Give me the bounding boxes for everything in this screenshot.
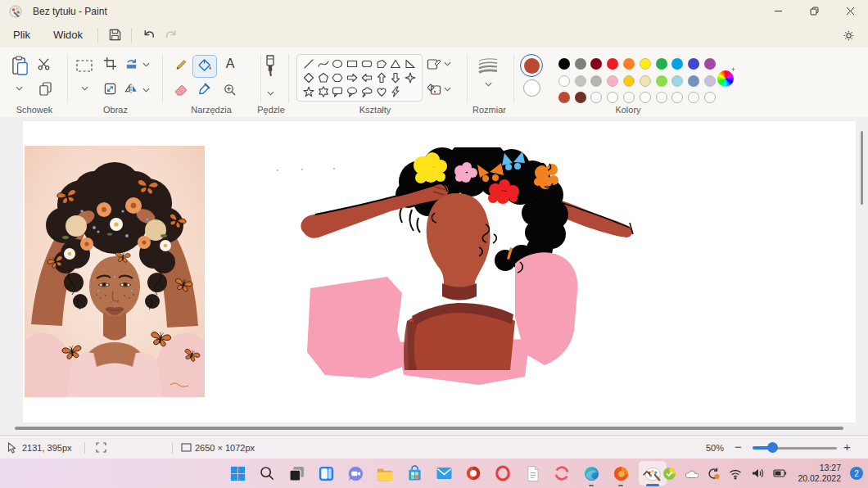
palette-swatch-empty[interactable] (640, 92, 651, 103)
shape-pentagon[interactable] (317, 71, 330, 84)
save-button[interactable] (103, 25, 126, 45)
palette-swatch-empty[interactable] (671, 92, 683, 103)
fill-dropdown-chevron[interactable] (444, 87, 451, 92)
minimize-button[interactable] (760, 0, 796, 22)
taskbar-opera-icon[interactable] (491, 462, 514, 485)
palette-swatch-empty[interactable] (623, 92, 635, 103)
shape-arrow-up[interactable] (375, 71, 388, 84)
restore-button[interactable] (796, 0, 832, 22)
shape-heart[interactable] (375, 85, 388, 98)
taskbar-mail-icon[interactable] (432, 462, 455, 485)
palette-swatch-bc4a33[interactable] (558, 92, 570, 103)
palette-swatch-c3c3c3[interactable] (575, 75, 586, 87)
redo-button[interactable] (160, 25, 183, 45)
taskbar-edge-icon[interactable] (580, 462, 603, 485)
shape-line[interactable] (302, 57, 315, 70)
select-dropdown-chevron[interactable] (81, 86, 88, 91)
flip-button[interactable] (124, 83, 138, 94)
palette-swatch-ff7f27[interactable] (623, 58, 635, 70)
palette-swatch-880015[interactable] (590, 58, 602, 70)
shape-fill-button[interactable] (427, 83, 441, 96)
taskbar-office-icon[interactable] (462, 462, 485, 485)
size-button[interactable] (477, 57, 499, 75)
tray-antivirus-icon[interactable] (662, 466, 676, 481)
rotate-button[interactable] (124, 57, 138, 70)
fill-tool-selected[interactable] (192, 55, 217, 78)
taskbar-chat-icon[interactable] (344, 462, 367, 485)
eraser-tool[interactable] (174, 84, 188, 96)
paste-dropdown-chevron[interactable] (16, 86, 23, 91)
shape-right-triangle[interactable] (404, 57, 417, 70)
tray-wifi-icon[interactable] (728, 466, 743, 481)
shape-arrow-left[interactable] (360, 71, 373, 84)
palette-swatch-00a2e8[interactable] (671, 58, 683, 70)
taskbar-notepad-icon[interactable] (521, 462, 544, 485)
palette-swatch-a349a4[interactable] (704, 58, 716, 70)
notification-badge[interactable]: 2 (850, 467, 863, 480)
brushes-dropdown-chevron[interactable] (267, 91, 274, 96)
size-dropdown-chevron[interactable] (485, 82, 492, 87)
palette-swatch-empty[interactable] (704, 92, 716, 103)
taskbar-file-explorer-icon[interactable] (373, 462, 396, 485)
shape-outline-button[interactable] (427, 57, 441, 70)
shape-ellipse[interactable] (331, 57, 344, 70)
palette-swatch-empty[interactable] (607, 92, 618, 103)
zoom-in-button[interactable]: + (843, 440, 851, 454)
taskbar-start-icon[interactable] (226, 462, 249, 485)
palette-swatch-ed1c24[interactable] (607, 58, 618, 70)
color-picker-tool[interactable] (197, 83, 210, 96)
taskbar-search-icon[interactable] (255, 462, 278, 485)
tray-onedrive-icon[interactable] (684, 466, 698, 481)
shape-rounded-rectangle[interactable] (360, 57, 373, 70)
palette-swatch-7f7f7f[interactable] (575, 58, 586, 70)
shape-lightning[interactable] (389, 85, 402, 98)
resize-button[interactable] (104, 83, 116, 95)
shape-curve[interactable] (317, 57, 330, 70)
text-tool[interactable]: A (224, 56, 237, 70)
brushes-button[interactable] (264, 55, 276, 79)
crop-button[interactable] (104, 57, 116, 70)
palette-swatch-722f28[interactable] (575, 92, 586, 103)
taskbar-opera-gx-icon[interactable] (550, 462, 573, 485)
shape-five-point-star[interactable] (302, 85, 315, 98)
edit-colors-button[interactable]: + (717, 70, 734, 87)
copy-button[interactable] (39, 82, 52, 96)
palette-swatch-empty[interactable] (590, 92, 602, 103)
zoom-out-button[interactable]: − (735, 440, 742, 454)
palette-swatch-3f48cc[interactable] (688, 58, 699, 70)
palette-swatch-b5b5b5[interactable] (590, 75, 602, 87)
palette-swatch-ffffff[interactable] (558, 75, 570, 87)
rotate-dropdown-chevron[interactable] (142, 62, 150, 67)
shape-rectangle[interactable] (346, 57, 359, 70)
tray-sync-icon[interactable] (706, 466, 721, 481)
zoom-slider-thumb[interactable] (767, 442, 778, 453)
color2-swatch[interactable] (523, 79, 540, 97)
shape-hexagon[interactable] (331, 71, 344, 84)
flip-dropdown-chevron[interactable] (142, 88, 150, 93)
color1-selected[interactable] (520, 54, 543, 77)
settings-icon[interactable] (837, 25, 860, 45)
select-button[interactable] (76, 60, 93, 72)
pencil-tool[interactable] (174, 57, 188, 71)
palette-swatch-000000[interactable] (558, 58, 570, 70)
shape-six-point-star[interactable] (317, 85, 330, 98)
taskbar-clock[interactable]: 13:27 20.02.2022 (798, 463, 841, 484)
horizontal-scrollbar[interactable] (15, 427, 843, 430)
taskbar-firefox-icon[interactable] (609, 462, 632, 485)
tray-battery-icon[interactable] (772, 466, 787, 481)
tray-volume-icon[interactable] (750, 466, 765, 481)
shape-triangle[interactable] (389, 57, 402, 70)
cut-button[interactable] (37, 58, 51, 70)
paste-button[interactable] (11, 56, 29, 76)
menu-view[interactable]: Widok (43, 25, 93, 44)
shape-rounded-callout[interactable] (331, 85, 344, 98)
palette-swatch-empty[interactable] (688, 92, 699, 103)
palette-swatch-8bdc4e[interactable] (656, 75, 667, 87)
vertical-scrollbar[interactable] (861, 131, 863, 205)
palette-swatch-c8bfe7[interactable] (704, 75, 716, 87)
shape-arrow-right[interactable] (346, 71, 359, 84)
undo-button[interactable] (137, 25, 160, 45)
shape-arrow-down[interactable] (389, 71, 402, 84)
palette-swatch-fff200[interactable] (640, 58, 651, 70)
magnifier-tool[interactable] (224, 84, 236, 96)
